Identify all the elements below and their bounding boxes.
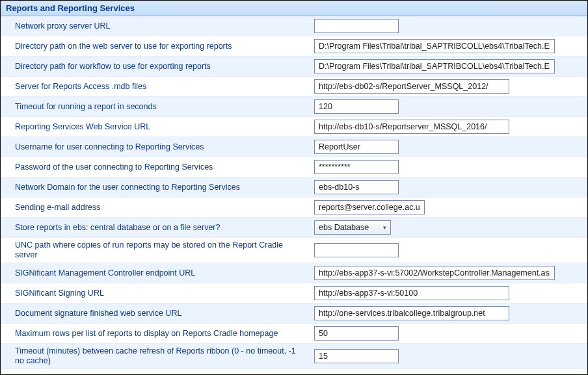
- input-dir-export-workflow[interactable]: [314, 59, 555, 73]
- row-rs-web-service-url: Reporting Services Web Service URL: [1, 117, 587, 137]
- chevron-down-icon: ▾: [383, 224, 386, 231]
- input-rs-web-service-url[interactable]: [314, 120, 509, 134]
- label-rs-web-service-url: Reporting Services Web Service URL: [1, 122, 306, 132]
- row-doc-sig-finished-url: Document signature finished web service …: [1, 304, 587, 324]
- label-rs-domain: Network Domain for the user connecting t…: [1, 183, 306, 192]
- label-unc-path: UNC path where copies of run reports may…: [1, 240, 306, 260]
- label-send-email: Sending e-mail address: [1, 203, 306, 213]
- row-network-proxy: Network proxy server URL: [1, 16, 587, 36]
- row-cache-timeout: Timeout (minutes) between cache refresh …: [1, 344, 587, 369]
- label-max-rows: Maximum rows per list of reports to disp…: [1, 329, 306, 339]
- row-mdb-server: Server for Reports Access .mdb files: [1, 77, 587, 97]
- panel-header: Reports and Reporting Services: [1, 1, 587, 16]
- row-max-rows: Maximum rows per list of reports to disp…: [1, 324, 587, 344]
- input-cache-timeout[interactable]: [314, 349, 399, 363]
- input-doc-sig-finished-url[interactable]: [314, 306, 509, 320]
- input-sig-sign-url[interactable]: [314, 286, 509, 300]
- row-dir-export-web: Directory path on the web server to use …: [1, 36, 587, 57]
- input-mdb-server[interactable]: [314, 79, 509, 94]
- settings-panel: Reports and Reporting Services Network p…: [0, 0, 588, 375]
- row-unc-path: UNC path where copies of run reports may…: [1, 238, 587, 263]
- input-timeout-sec[interactable]: [314, 99, 399, 114]
- settings-rows: Network proxy server URL Directory path …: [1, 16, 587, 369]
- label-rs-password: Password of the user connecting to Repor…: [1, 162, 306, 172]
- label-doc-sig-finished-url: Document signature finished web service …: [1, 309, 306, 318]
- input-rs-username[interactable]: [314, 140, 399, 154]
- label-sig-sign-url: SIGNificant Signing URL: [1, 289, 306, 298]
- label-sig-mgmt-url: SIGNificant Management Controller endpoi…: [1, 268, 306, 278]
- row-store-reports: Store reports in ebs: central database o…: [1, 218, 587, 238]
- row-sig-mgmt-url: SIGNificant Management Controller endpoi…: [1, 263, 587, 283]
- label-store-reports: Store reports in ebs: central database o…: [1, 223, 306, 233]
- label-dir-export-web: Directory path on the web server to use …: [1, 42, 306, 51]
- input-dir-export-web[interactable]: [314, 39, 555, 53]
- row-dir-export-workflow: Directory path for workflow to use for e…: [1, 57, 587, 77]
- select-store-reports[interactable]: ebs Database ▾: [314, 220, 391, 235]
- row-sig-sign-url: SIGNificant Signing URL: [1, 283, 587, 304]
- input-sig-mgmt-url[interactable]: [314, 266, 555, 280]
- input-rs-domain[interactable]: [314, 180, 399, 194]
- label-mdb-server: Server for Reports Access .mdb files: [1, 82, 306, 92]
- input-unc-path[interactable]: [314, 243, 399, 257]
- row-rs-password: Password of the user connecting to Repor…: [1, 157, 587, 177]
- input-network-proxy[interactable]: [314, 19, 399, 33]
- panel-title: Reports and Reporting Services: [6, 3, 135, 13]
- label-rs-username: Username for user connecting to Reportin…: [1, 142, 306, 152]
- row-timeout-sec: Timeout for running a report in seconds: [1, 97, 587, 117]
- select-store-reports-value: ebs Database: [319, 223, 369, 232]
- row-rs-username: Username for user connecting to Reportin…: [1, 137, 587, 157]
- label-timeout-sec: Timeout for running a report in seconds: [1, 102, 306, 112]
- row-rs-domain: Network Domain for the user connecting t…: [1, 177, 587, 198]
- input-max-rows[interactable]: [314, 326, 399, 341]
- input-rs-password[interactable]: [314, 160, 399, 174]
- label-dir-export-workflow: Directory path for workflow to use for e…: [1, 62, 306, 71]
- input-send-email[interactable]: [314, 200, 425, 214]
- row-send-email: Sending e-mail address: [1, 198, 587, 218]
- label-cache-timeout: Timeout (minutes) between cache refresh …: [1, 346, 306, 366]
- label-network-proxy: Network proxy server URL: [1, 21, 306, 31]
